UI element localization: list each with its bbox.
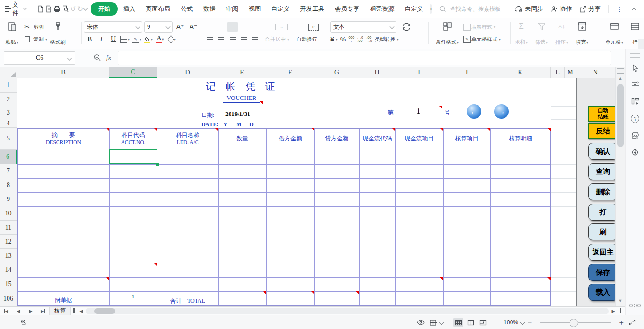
ribbon-tab-开发工具[interactable]: 开发工具 [295,2,330,16]
macro-button-打[interactable]: 打 [588,204,618,221]
column-header-C[interactable]: C [109,67,157,78]
row-header-4[interactable]: 4 [0,119,17,128]
row-header-1[interactable]: 1 [0,78,17,93]
table-header-E5[interactable]: 数量 [218,129,266,149]
fill-color-button[interactable]: ▾ [143,34,154,44]
font-color-button[interactable]: A ▾ [155,34,166,44]
justify-button[interactable] [239,34,249,44]
macro-button-保存[interactable]: 保存 [588,264,618,281]
more-tabs-button[interactable]: › [430,4,432,14]
table-header-K5[interactable]: 核算明细 [490,129,551,149]
scroll-down-button[interactable]: ▼ [617,297,624,304]
table-header-B5[interactable]: 摘 要DESCRIPTION [17,129,109,149]
page-layout-view-button[interactable] [465,318,476,327]
fullscreen-button[interactable] [627,318,637,327]
ribbon-tab-开始[interactable]: 开始 [91,2,118,16]
sum-button[interactable]: Σ 求和▾ [513,21,529,46]
eye-protect-icon[interactable] [415,318,426,327]
row-header-9[interactable]: 9 [0,192,17,206]
macro-button-确认[interactable]: 确认 [588,143,618,160]
zoom-slider[interactable] [540,322,611,323]
row-header-10[interactable]: 10 [0,206,17,221]
align-left-button[interactable] [205,34,215,44]
merge-center-button[interactable]: 合并居中▾ [265,33,289,45]
increase-font-button[interactable]: A⁺ [174,22,186,32]
next-sheet-button[interactable]: ▶ [25,307,37,315]
row-header-7[interactable]: 7 [0,164,17,178]
hscroll-left-button[interactable]: ◀ [77,307,85,315]
redo-button[interactable]: ↻ [77,3,83,15]
column-header-J[interactable]: J [443,67,490,78]
row-header-15[interactable]: 15 [0,277,17,291]
increase-decimal-button[interactable]: ←.0 .00 [357,36,363,42]
select-all-corner[interactable] [0,67,17,78]
sheet-tab[interactable]: 核算 [49,307,71,315]
prev-sheet-button[interactable]: ◀ [12,307,25,315]
vertical-scroll-thumb[interactable] [617,84,624,147]
paste-button[interactable]: 粘贴▾ [4,21,20,46]
table-header-I5[interactable]: 现金流项目 [395,129,443,149]
print-button[interactable] [53,3,61,15]
ribbon-tab-审阅[interactable]: 审阅 [221,2,243,16]
split-handle[interactable] [617,68,624,74]
ribbon-tab-稻壳资源[interactable]: 稻壳资源 [364,2,399,16]
ribbon-tab-数据[interactable]: 数据 [198,2,221,16]
column-header-G[interactable]: G [314,67,359,78]
sort-button[interactable]: A↓ 排序▾ [553,21,570,46]
help-icon[interactable]: ? [631,115,639,123]
cells-button[interactable]: 单元格▾ [603,21,625,46]
percent-format-button[interactable]: % [340,36,346,43]
next-voucher-button[interactable]: → [494,104,509,119]
borders-button[interactable]: ▾ [119,34,131,44]
vertical-scrollbar[interactable]: ▲ ▼ [615,67,625,306]
row-header-13[interactable]: 13 [0,249,17,263]
column-header-H[interactable]: H [359,67,395,78]
row-header-12[interactable]: 12 [0,235,17,249]
row-header-6[interactable]: 6 [0,150,17,164]
row-header-11[interactable]: 11 [0,221,17,235]
file-menu-button[interactable]: 文件 [0,0,31,17]
thousands-format-button[interactable]: 000 , [348,36,354,42]
bold-button[interactable]: B [84,34,95,44]
zoom-formula-icon[interactable] [93,54,101,62]
template-store-icon[interactable] [631,132,639,140]
share-button[interactable]: 分享 [577,5,603,13]
collapse-ribbon-button[interactable] [628,3,639,15]
row-header-106[interactable]: 106 [0,291,17,306]
horizontal-scroll-thumb[interactable] [94,308,115,314]
fx-icon[interactable]: fx [106,54,111,62]
zoom-out-button[interactable]: − [526,319,534,327]
column-header-F[interactable]: F [266,67,314,78]
previous-voucher-button[interactable]: ← [467,104,481,119]
align-top-button[interactable] [205,22,215,32]
smart-features-icon[interactable] [631,148,639,157]
ribbon-tab-视图[interactable]: 视图 [243,2,266,16]
column-header-I[interactable]: I [395,67,443,78]
align-right-button[interactable] [227,34,238,44]
page-break-view-button[interactable] [478,318,488,327]
table-header-J5[interactable]: 核算项目 [443,129,490,149]
sidebar-drag-handle[interactable] [630,53,640,58]
undo-button[interactable]: ↺ [70,3,76,15]
copy-button[interactable]: 复制▾ [21,33,47,45]
layout-transform-icon[interactable] [631,97,639,106]
column-header-N[interactable]: N [576,67,615,78]
last-sheet-button[interactable]: ▶ [37,307,49,315]
table-header-G5[interactable]: 贷方金额 [314,129,359,149]
macro-button-删除[interactable]: 删除 [588,183,618,200]
macro-button-载入[interactable]: 载入 [588,284,618,301]
align-center-button[interactable] [216,34,226,44]
fill-button[interactable]: 填充▾ [574,21,590,46]
column-header-M[interactable]: M [565,67,576,78]
row-header-8[interactable]: 8 [0,178,17,192]
wrap-text-button[interactable]: 自动换行 [297,33,317,45]
number-format-select[interactable]: 文本 [330,21,396,33]
align-bottom-button[interactable] [227,22,238,32]
normal-view-button[interactable] [453,318,463,327]
column-header-K[interactable]: K [490,67,551,78]
zoom-in-button[interactable]: ＋ [618,318,625,327]
table-header-F5[interactable]: 借方金额 [266,129,314,149]
ribbon-tab-自定义[interactable]: 自定义 [266,2,295,16]
collaborate-button[interactable]: 协作 [548,5,575,13]
print-preview-button[interactable] [62,3,69,15]
